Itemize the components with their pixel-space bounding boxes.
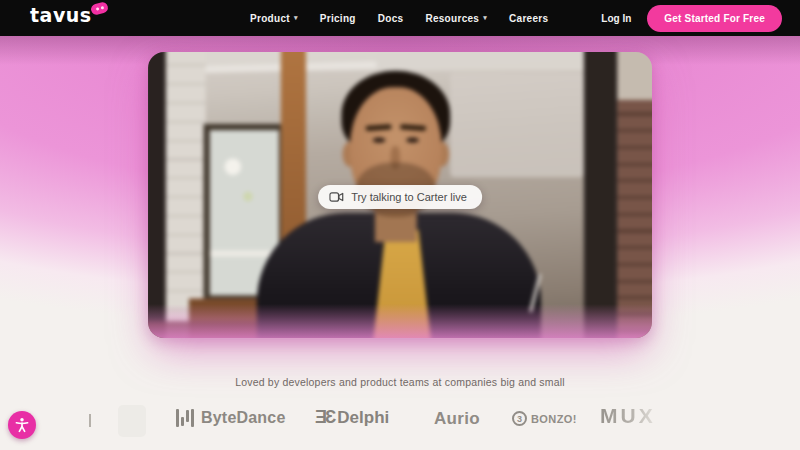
delphi-icon: ƎƐ (315, 407, 334, 428)
scene-right-wall-top (617, 52, 652, 100)
scene-left-post (148, 52, 166, 338)
bytedance-bars-icon (176, 408, 194, 428)
accessibility-icon (13, 416, 31, 434)
nav-item-resources[interactable]: Resources ▾ (425, 13, 487, 24)
presenter-video[interactable]: Try talking to Carter live (148, 52, 652, 338)
logo-aurio-text: Aurio (434, 409, 480, 429)
brand-logo-text: tavus (30, 4, 92, 26)
bonzo-circle-icon: 3 (512, 411, 527, 426)
nav-item-docs[interactable]: Docs (378, 13, 404, 24)
scene-bokeh-light (243, 192, 252, 201)
nav-item-careers[interactable]: Careers (509, 13, 548, 24)
chevron-down-icon: ▾ (483, 14, 487, 22)
partial-logo-fragment (118, 405, 146, 437)
nav-item-pricing[interactable]: Pricing (320, 13, 356, 24)
main-nav: Product ▾ Pricing Docs Resources ▾ Caree… (250, 0, 548, 36)
tavus-homepage: tavus Product ▾ Pricing Docs Resources ▾… (0, 0, 800, 450)
chevron-down-icon: ▾ (294, 14, 298, 22)
nav-item-product-label: Product (250, 13, 290, 24)
logo-mux: MUX (600, 404, 656, 428)
video-camera-icon (329, 191, 344, 203)
presenter-eye (406, 138, 419, 143)
scene-bokeh-light (224, 158, 241, 175)
logo-mux-text: MUX (600, 404, 656, 428)
top-navbar: tavus Product ▾ Pricing Docs Resources ▾… (0, 0, 800, 36)
navbar-actions: Log In Get Started For Free (601, 0, 782, 36)
logo-bonzo-text: BONZO! (531, 413, 577, 425)
partial-logo-fragment (89, 414, 91, 427)
login-link[interactable]: Log In (601, 13, 631, 24)
nav-item-docs-label: Docs (378, 13, 404, 24)
scene-left-brick-column (166, 52, 206, 338)
logo-bytedance: ByteDance (176, 408, 286, 428)
scene-wall (450, 73, 584, 178)
nav-item-careers-label: Careers (509, 13, 548, 24)
talk-to-carter-label: Try talking to Carter live (351, 191, 467, 203)
brand-logo[interactable]: tavus (30, 4, 92, 26)
nav-item-product[interactable]: Product ▾ (250, 13, 298, 24)
accessibility-widget-button[interactable] (8, 411, 36, 439)
logo-delphi-text: Delphi (337, 408, 389, 428)
nav-item-resources-label: Resources (425, 13, 479, 24)
social-proof-tagline: Loved by developers and product teams at… (0, 376, 800, 388)
nav-item-pricing-label: Pricing (320, 13, 356, 24)
talk-to-carter-button[interactable]: Try talking to Carter live (318, 185, 482, 209)
brand-badge-icon (90, 1, 109, 16)
logo-bonzo: 3 BONZO! (512, 411, 577, 426)
logo-aurio: Aurio (434, 409, 480, 429)
company-logo-strip: ByteDance ƎƐ Delphi Aurio 3 BONZO! MUX (0, 402, 800, 444)
scene-right-post (584, 52, 617, 338)
video-bottom-pink-fade (148, 304, 652, 338)
get-started-button[interactable]: Get Started For Free (647, 5, 782, 32)
presenter-eye (373, 138, 386, 143)
logo-delphi: ƎƐ Delphi (315, 407, 389, 428)
logo-bytedance-text: ByteDance (201, 409, 286, 427)
